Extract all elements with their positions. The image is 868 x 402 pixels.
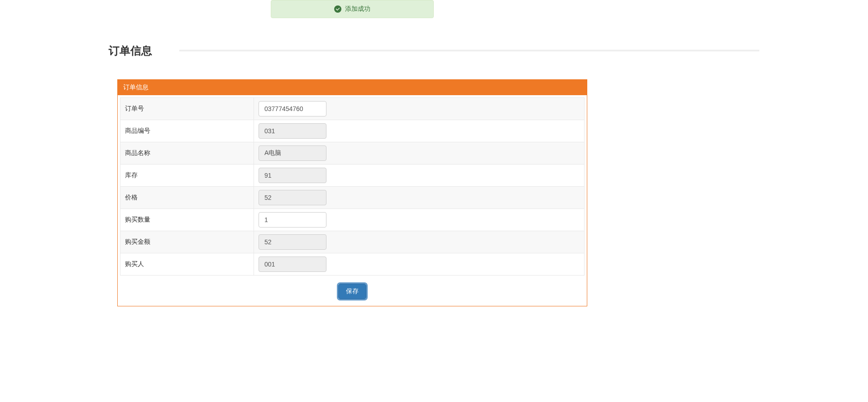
panel-header: 订单信息 (118, 80, 587, 95)
check-circle-icon (334, 5, 341, 13)
label-product-code: 商品编号 (120, 120, 254, 142)
input-product-code (259, 123, 326, 139)
input-amount (259, 234, 326, 250)
input-product-name (259, 145, 326, 161)
success-alert: 添加成功 (271, 0, 434, 18)
row-amount: 购买金额 (120, 231, 585, 253)
label-product-name: 商品名称 (120, 142, 254, 165)
label-price: 价格 (120, 187, 254, 209)
label-stock: 库存 (120, 165, 254, 187)
row-buyer: 购买人 (120, 253, 585, 276)
order-info-panel: 订单信息 订单号 商品编号 商品名称 (117, 79, 587, 306)
label-buyer: 购买人 (120, 253, 254, 276)
save-button[interactable]: 保存 (338, 284, 366, 299)
row-product-code: 商品编号 (120, 120, 585, 142)
row-stock: 库存 (120, 165, 585, 187)
input-qty[interactable] (259, 212, 326, 228)
row-price: 价格 (120, 187, 585, 209)
row-product-name: 商品名称 (120, 142, 585, 165)
input-order-no[interactable] (259, 101, 326, 116)
order-form-table: 订单号 商品编号 商品名称 (120, 97, 585, 276)
label-order-no: 订单号 (120, 98, 254, 120)
input-buyer (259, 257, 326, 272)
input-stock (259, 168, 326, 183)
row-order-no: 订单号 (120, 98, 585, 120)
page-title: 订单信息 (109, 44, 152, 58)
success-alert-text: 添加成功 (345, 5, 370, 13)
title-divider (179, 50, 759, 52)
label-qty: 购买数量 (120, 209, 254, 231)
label-amount: 购买金额 (120, 231, 254, 253)
input-price (259, 190, 326, 205)
row-qty: 购买数量 (120, 209, 585, 231)
